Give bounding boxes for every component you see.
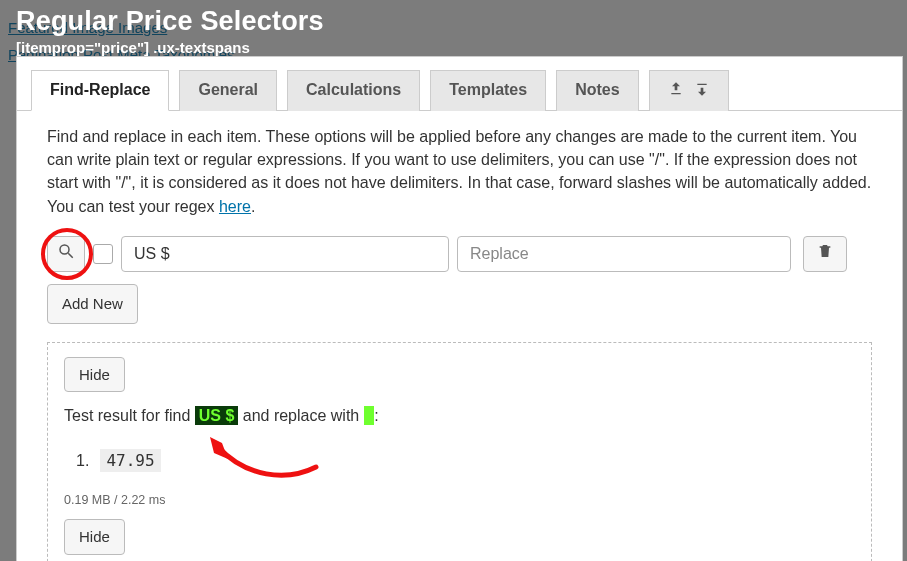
- export-icon: [668, 81, 684, 101]
- modal-panel: Find-Replace General Calculations Templa…: [16, 56, 903, 561]
- delete-row-button[interactable]: [803, 236, 847, 272]
- add-new-button[interactable]: Add New: [47, 284, 138, 324]
- result-replace-highlight: [364, 406, 374, 425]
- test-result-box: Hide Test result for find US $ and repla…: [47, 342, 872, 562]
- find-replace-row: [47, 236, 872, 272]
- search-icon: [57, 242, 75, 266]
- find-input[interactable]: [121, 236, 449, 272]
- trash-icon: [817, 242, 833, 265]
- result-list: 1. 47.95: [76, 449, 855, 472]
- svg-point-0: [60, 245, 69, 254]
- hide-result-button-bottom[interactable]: Hide: [64, 519, 125, 555]
- result-stats: 0.19 MB / 2.22 ms: [64, 491, 855, 509]
- test-search-button[interactable]: [47, 236, 85, 272]
- result-item-value: 47.95: [100, 449, 160, 472]
- tab-general[interactable]: General: [179, 70, 277, 111]
- modal-subtitle: [itemprop="price"] .ux-textspans: [16, 39, 324, 56]
- replace-input[interactable]: [457, 236, 791, 272]
- tab-import-export[interactable]: [649, 70, 729, 111]
- result-item-index: 1.: [76, 449, 96, 472]
- tab-content: Find and replace in each item. These opt…: [17, 111, 902, 561]
- regex-test-link[interactable]: here: [219, 198, 251, 215]
- tab-calculations[interactable]: Calculations: [287, 70, 420, 111]
- tab-templates[interactable]: Templates: [430, 70, 546, 111]
- regex-checkbox[interactable]: [93, 244, 113, 264]
- modal-title: Regular Price Selectors: [16, 6, 324, 37]
- modal-header: Regular Price Selectors [itemprop="price…: [16, 6, 324, 56]
- tab-notes[interactable]: Notes: [556, 70, 638, 111]
- tab-bar: Find-Replace General Calculations Templa…: [17, 57, 902, 111]
- description-text: Find and replace in each item. These opt…: [47, 125, 872, 218]
- result-find-highlight: US $: [195, 406, 239, 425]
- result-summary: Test result for find US $ and replace wi…: [64, 404, 855, 427]
- svg-line-1: [68, 253, 73, 258]
- hide-result-button-top[interactable]: Hide: [64, 357, 125, 393]
- import-icon: [694, 81, 710, 101]
- tab-find-replace[interactable]: Find-Replace: [31, 70, 169, 111]
